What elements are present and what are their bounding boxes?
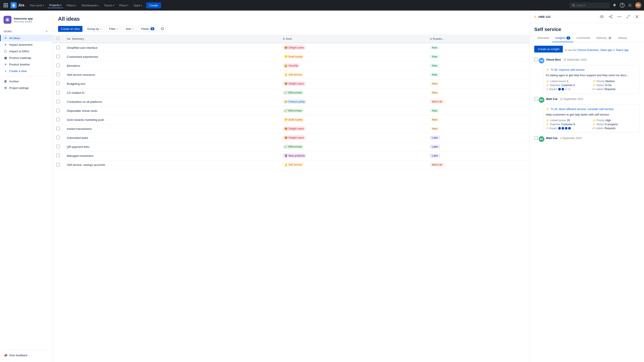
insight-1-link[interactable]: ⚡ TI-32: Improve self-service xyxy=(546,68,637,71)
insight-3-checkbox[interactable] xyxy=(534,136,538,140)
row-checkbox[interactable] xyxy=(56,55,60,58)
settings-icon[interactable] xyxy=(627,2,633,8)
filter-button[interactable]: Filter + xyxy=(106,26,121,32)
help-icon[interactable]: ? xyxy=(620,3,625,8)
close-button[interactable] xyxy=(634,13,640,20)
notifications-icon[interactable] xyxy=(612,2,618,8)
row-checkbox-cell xyxy=(53,106,63,115)
sidebar-item-impact-vs-effort[interactable]: ⬡ Impact vs Effort xyxy=(0,48,52,54)
svg-point-7 xyxy=(7,19,8,20)
row-checkbox[interactable] xyxy=(56,73,60,76)
sidebar-item-product-roadmap[interactable]: ▦ Product roadmap xyxy=(0,54,52,61)
row-checkbox[interactable] xyxy=(56,100,60,103)
row-summary[interactable]: Automated tasks xyxy=(63,133,279,142)
create-idea-button[interactable]: Create an idea xyxy=(58,26,82,32)
row-summary[interactable]: Contactless on all platforms xyxy=(63,97,279,106)
sort-button[interactable]: Sort + xyxy=(123,26,136,32)
goal-badge: 😍 Delight users xyxy=(283,81,306,86)
expand-button[interactable] xyxy=(625,13,632,20)
sidebar-item-create-view[interactable]: + Create a view xyxy=(0,68,52,74)
tab-comments[interactable]: Comments xyxy=(574,34,594,42)
row-summary[interactable]: Simplified user interface xyxy=(63,43,279,52)
nav-filters[interactable]: Filters ▾ xyxy=(65,3,78,8)
row-summary[interactable]: Self-service insurance xyxy=(63,70,279,79)
teams-app-link[interactable]: Teams app xyxy=(616,48,628,52)
nav-your-work[interactable]: Your work ▾ xyxy=(28,3,46,8)
nav-teams[interactable]: Teams ▾ xyxy=(102,3,116,8)
slack-app-link[interactable]: Slack app xyxy=(600,48,612,52)
create-insight-button[interactable]: Create an insight xyxy=(534,46,563,52)
linked-issues-icon: ⚡ xyxy=(546,80,549,83)
refresh-button[interactable] xyxy=(159,25,166,32)
table-row: Automated tasks 😍 Delight users Later xyxy=(53,133,530,142)
row-summary[interactable]: CS chatbot AI xyxy=(63,88,279,97)
row-checkbox[interactable] xyxy=(56,154,60,157)
row-checkbox[interactable] xyxy=(56,64,60,67)
tab-overview[interactable]: Overview xyxy=(534,34,552,42)
row-summary[interactable]: Managed investment xyxy=(63,151,279,160)
group-by-button[interactable]: Group by + xyxy=(84,26,104,32)
reporter-val-2: Customer B xyxy=(561,123,575,126)
row-goal: 🖊 Differentiate xyxy=(279,106,426,115)
reporter-icon: ⚡ xyxy=(546,84,549,87)
sidebar-item-give-feedback[interactable]: 📣 Give feedback xyxy=(0,352,52,359)
sidebar-item-project-settings[interactable]: ⚙ Project settings xyxy=(0,85,52,91)
select-all-checkbox[interactable] xyxy=(56,37,59,40)
chevron-down-icon: ▾ xyxy=(127,4,128,6)
tab-delivery[interactable]: Delivery 8 xyxy=(594,34,615,42)
insight-2-checkbox[interactable] xyxy=(534,97,538,101)
panel-title: Self service xyxy=(530,23,644,34)
row-checkbox[interactable] xyxy=(56,82,60,85)
sidebar-item-impact-assessment[interactable]: ≡ Impact assesment xyxy=(0,41,52,48)
sidebar-item-archive[interactable]: 🗑 Archive xyxy=(0,78,52,85)
roadmap-badge: Later xyxy=(430,154,440,158)
nav-projects[interactable]: Projects ▾ xyxy=(48,3,63,8)
nav-apps[interactable]: Apps ▾ xyxy=(132,3,144,8)
search-box[interactable] xyxy=(570,3,609,8)
share-button[interactable] xyxy=(607,13,614,20)
row-summary[interactable]: Disposable virtual cards xyxy=(63,106,279,115)
row-checkbox[interactable] xyxy=(56,46,60,49)
chrome-extension-link[interactable]: Chrome Extension xyxy=(577,48,599,52)
nav-dashboards[interactable]: Dashboards ▾ xyxy=(80,3,100,8)
row-goal: 🔮 New products xyxy=(279,151,426,160)
feedback-icon: 📣 xyxy=(4,354,8,357)
search-input[interactable] xyxy=(576,4,605,7)
fields-button[interactable]: Fields 6 xyxy=(138,26,157,32)
add-view-button[interactable]: + xyxy=(44,29,49,34)
insight-2-description: Help customers to get help faster with s… xyxy=(546,112,637,117)
insight-1-checkbox[interactable] xyxy=(534,58,538,61)
row-summary[interactable]: QR payment links xyxy=(63,142,279,151)
table-row: Biometrics 🔐 Security Now xyxy=(53,61,530,70)
row-checkbox[interactable] xyxy=(56,91,60,94)
create-button[interactable]: Create xyxy=(146,2,161,8)
row-checkbox[interactable] xyxy=(56,109,60,112)
row-goal: 😍 Delight users xyxy=(279,133,426,142)
jira-logo[interactable]: Jira xyxy=(10,2,24,8)
impact-icon: ↗ xyxy=(546,88,548,91)
app-switcher-icon[interactable] xyxy=(3,2,9,8)
tab-history[interactable]: History xyxy=(615,34,630,42)
nav-plans[interactable]: Plans ▾ xyxy=(118,3,130,8)
row-checkbox[interactable] xyxy=(56,145,60,148)
row-summary[interactable]: Gold rewards marketing push xyxy=(63,115,279,124)
watch-button[interactable] xyxy=(598,13,605,20)
row-summary[interactable]: Instant transactions xyxy=(63,124,279,133)
priority-val: Medium xyxy=(606,80,615,83)
row-checkbox[interactable] xyxy=(56,163,60,166)
row-checkbox[interactable] xyxy=(56,118,60,121)
sidebar-item-all-ideas[interactable]: ≡ All ideas xyxy=(0,35,52,41)
row-summary[interactable]: Biometrics xyxy=(63,61,279,70)
sidebar-item-product-timeline[interactable]: ≡ Product timeline xyxy=(0,61,52,68)
row-summary[interactable]: Customised experiences xyxy=(63,52,279,61)
user-avatar[interactable]: ME xyxy=(635,2,641,8)
insight-2-link[interactable]: ⚡ TI-24: More efficient service, conside… xyxy=(546,107,637,111)
fields-count-badge: 6 xyxy=(150,27,154,30)
row-checkbox[interactable] xyxy=(56,127,60,130)
row-checkbox[interactable] xyxy=(56,136,60,139)
row-summary[interactable]: Self service: savings accounts xyxy=(63,160,279,169)
svg-point-11 xyxy=(611,17,612,18)
more-options-button[interactable] xyxy=(616,13,623,20)
tab-insights[interactable]: Insights 5 xyxy=(552,34,574,42)
row-summary[interactable]: Budgeting tool xyxy=(63,79,279,88)
